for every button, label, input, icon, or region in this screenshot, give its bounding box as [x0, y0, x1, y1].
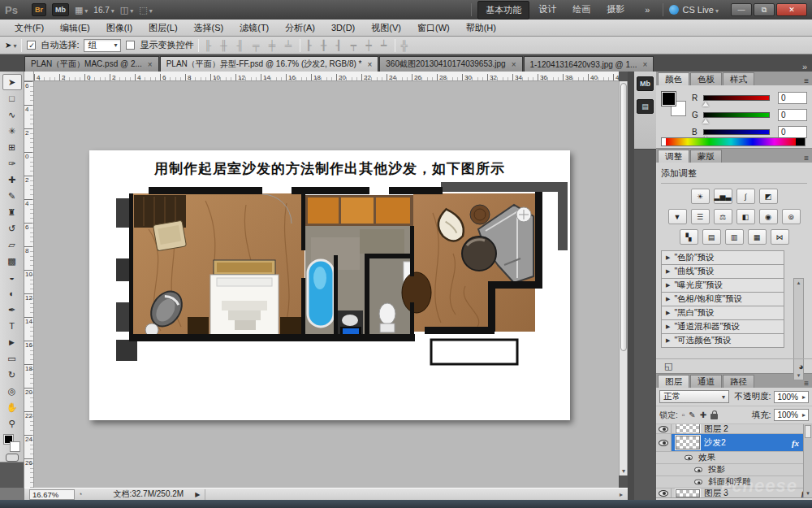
bevel-emboss-row[interactable]: 斜面和浮雕 — [656, 476, 812, 488]
menu-item[interactable]: 文件(F) — [6, 20, 52, 37]
panel-tab[interactable]: 图层 — [658, 375, 689, 388]
close-button[interactable]: ✕ — [776, 3, 807, 16]
panel-tab[interactable]: 色板 — [690, 72, 722, 85]
move-tool[interactable]: ➤ — [2, 74, 22, 90]
healing-brush-tool[interactable]: ✚ — [2, 172, 22, 188]
document-page[interactable]: 用制作起居室沙发的方法制作出其他沙发，如下图所示 — [89, 150, 570, 420]
dodge-tool[interactable]: ◐ — [2, 285, 22, 302]
close-tab-icon[interactable]: × — [512, 60, 516, 69]
channel-value-input[interactable]: 0 — [778, 109, 807, 121]
document-tab[interactable]: PLAN（平面）异型-FF.psd @ 16.7% (沙发2, RGB/8) *… — [160, 56, 379, 72]
curves-icon[interactable]: ∫ — [736, 189, 755, 204]
3d-orbit-tool[interactable]: ◎ — [2, 383, 22, 399]
layer-row-selected[interactable]: 沙发2 fx ▲ — [656, 434, 812, 452]
channel-value-input[interactable]: 0 — [778, 126, 807, 138]
panel-menu-icon[interactable]: ≡ — [804, 379, 809, 388]
color-swatches[interactable] — [2, 434, 22, 450]
panel-tab[interactable]: 调整 — [658, 150, 689, 163]
expand-icon[interactable]: ▶ — [666, 323, 670, 330]
gradient-tool[interactable]: ▩ — [2, 253, 22, 269]
expand-icon[interactable]: ▶ — [666, 310, 670, 316]
layout-icon[interactable]: ▦▾ — [75, 5, 88, 15]
panel-tab[interactable]: 颜色 — [658, 72, 689, 85]
menu-item[interactable]: 3D(D) — [323, 20, 363, 35]
layer-thumbnail[interactable] — [676, 436, 700, 449]
channel-slider[interactable] — [703, 129, 770, 135]
zoom-percentage-input[interactable]: 16.67% — [29, 489, 75, 500]
layer-visibility-icon[interactable] — [659, 426, 668, 432]
foreground-color-swatch[interactable] — [661, 91, 676, 106]
crop-tool[interactable]: ⊞ — [2, 139, 22, 155]
zoom-tool[interactable]: ⚲ — [2, 415, 22, 432]
auto-select-dropdown[interactable]: 组▾ — [84, 39, 121, 52]
expand-icon[interactable]: ▶ — [666, 282, 670, 289]
threshold-icon[interactable]: ▥ — [725, 229, 744, 245]
channel-mixer-icon[interactable]: ⊚ — [782, 209, 801, 224]
more-tabs-icon[interactable]: » — [802, 62, 807, 72]
menu-item[interactable]: 窗口(W) — [409, 20, 458, 37]
preset-item[interactable]: ▶"曝光度"预设 — [661, 278, 784, 293]
screen-mode-icon[interactable]: ◫▾ — [120, 5, 133, 15]
lock-transparency-icon[interactable]: ▫ — [682, 410, 685, 419]
document-tab[interactable]: PLAN（平面）MAC.psd @ 2...× — [24, 56, 159, 72]
selective-color-icon[interactable]: ⋈ — [771, 229, 789, 245]
drop-shadow-row[interactable]: 投影 — [656, 464, 812, 476]
preset-item[interactable]: ▶"色阶"预设 — [661, 250, 784, 265]
expand-icon[interactable]: ▶ — [666, 254, 670, 261]
menu-item[interactable]: 图层(L) — [140, 20, 185, 37]
workspace-button[interactable]: 基本功能 — [477, 1, 529, 20]
expand-icon[interactable]: ▶ — [666, 296, 670, 302]
show-transform-checkbox[interactable] — [126, 41, 135, 50]
brush-tool[interactable]: ✎ — [2, 188, 22, 204]
expand-icon[interactable]: ▶ — [666, 268, 670, 275]
more-workspaces-button[interactable]: » — [637, 2, 657, 17]
panel-menu-icon[interactable]: ≡ — [804, 154, 809, 163]
menu-item[interactable]: 图像(I) — [98, 20, 140, 37]
collapsed-panel-icon[interactable]: ▤ — [637, 99, 654, 114]
status-flyout-icon[interactable]: ▶ — [195, 491, 200, 498]
return-to-list-icon[interactable]: ◱ — [664, 361, 672, 371]
preset-item[interactable]: ▶"黑白"预设 — [661, 306, 784, 320]
eraser-tool[interactable]: ▱ — [2, 237, 22, 253]
canvas-area[interactable]: 用制作起居室沙发的方法制作出其他沙发，如下图所示 — [34, 81, 619, 488]
menu-item[interactable]: 选择(S) — [186, 20, 232, 37]
marquee-tool[interactable]: □ — [2, 90, 22, 106]
blur-tool[interactable]: ◒ — [2, 269, 22, 285]
panel-tab[interactable]: 蒙版 — [690, 150, 722, 163]
menu-item[interactable]: 帮助(H) — [458, 20, 504, 37]
fill-input[interactable]: 100%▸ — [774, 409, 809, 421]
scrollbar-thumb[interactable] — [805, 425, 811, 438]
preset-item[interactable]: ▶"曲线"预设 — [661, 264, 784, 279]
document-tab[interactable]: 1-12041316420v93.jpg @ 1...× — [524, 56, 654, 72]
color-balance-icon[interactable]: ⚖ — [714, 209, 732, 224]
gradient-map-icon[interactable]: ▦ — [748, 229, 767, 245]
black-white-icon[interactable]: ◧ — [736, 209, 755, 224]
path-selection-tool[interactable]: ► — [2, 334, 22, 350]
3d-rotate-tool[interactable]: ↻ — [2, 367, 22, 383]
close-tab-icon[interactable]: × — [148, 60, 153, 69]
clip-to-layer-icon[interactable]: ◕ — [798, 362, 804, 371]
restore-button[interactable]: ⧉ — [754, 3, 775, 16]
arrange-documents-icon[interactable]: ⬚▾ — [139, 5, 152, 15]
eyedropper-tool[interactable]: ✑ — [2, 155, 22, 172]
effect-visibility-icon[interactable] — [694, 467, 702, 472]
posterize-icon[interactable]: ▤ — [702, 229, 721, 245]
bridge-button[interactable]: Br — [32, 3, 46, 16]
hue-saturation-icon[interactable]: ☰ — [691, 209, 710, 224]
channel-slider[interactable] — [703, 112, 770, 118]
preset-item[interactable]: ▶"通道混和器"预设 — [661, 319, 784, 334]
brightness-contrast-icon[interactable]: ☀ — [691, 189, 710, 204]
levels-icon[interactable]: ▂▅▃ — [714, 189, 732, 204]
zoom-level-control[interactable]: 16.7▾ — [93, 6, 114, 15]
layer-effects-row[interactable]: 效果 — [656, 452, 812, 464]
workspace-button[interactable]: 设计 — [531, 1, 564, 20]
hand-tool[interactable]: ✋ — [2, 399, 22, 415]
horizontal-ruler[interactable]: 4202468101214161820222426283032343638404… — [34, 72, 619, 81]
tool-preset-icon[interactable]: ➤▾ — [5, 41, 16, 50]
panel-color-swatches[interactable] — [661, 91, 687, 117]
layer-row[interactable]: 图层 2 — [656, 424, 812, 434]
blend-mode-dropdown[interactable]: 正常▾ — [659, 390, 729, 403]
menu-item[interactable]: 滤镜(T) — [231, 20, 277, 37]
minimize-button[interactable]: — — [731, 3, 752, 16]
layer-visibility-icon[interactable] — [659, 440, 668, 446]
